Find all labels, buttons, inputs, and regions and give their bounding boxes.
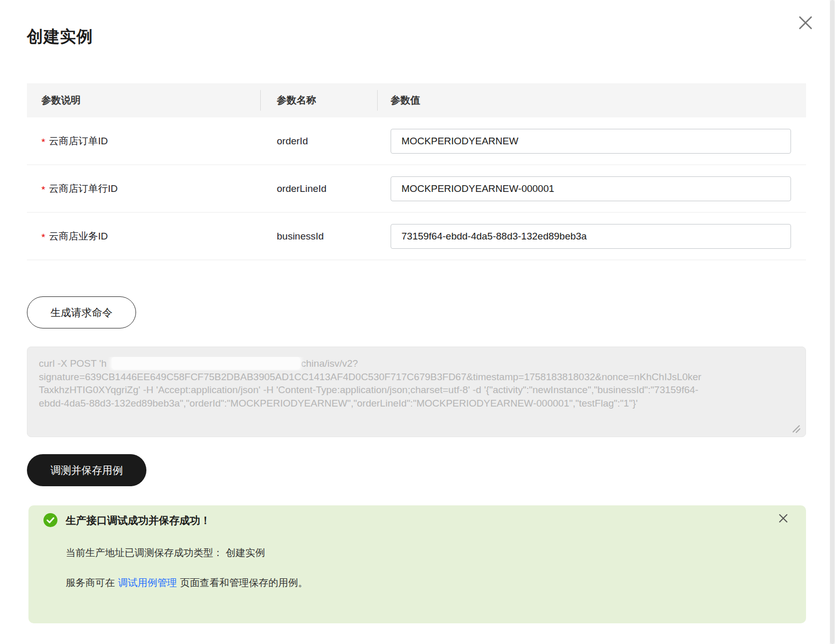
param-description-label: 云商店业务ID: [49, 230, 108, 243]
close-icon: [778, 513, 788, 526]
required-asterisk: *: [41, 184, 45, 196]
orderid-input[interactable]: [391, 129, 791, 154]
success-check-icon: [43, 513, 57, 527]
scrollbar-thumb[interactable]: [830, 0, 834, 644]
alert-line2-suffix: 页面查看和管理保存的用例。: [180, 577, 308, 588]
close-icon: [798, 15, 813, 33]
param-description-cell: * 云商店订单ID: [27, 134, 260, 148]
curl-line1-suffix: china/isv/v2?: [301, 358, 358, 369]
required-asterisk: *: [41, 232, 45, 243]
textarea-resize-handle[interactable]: [790, 423, 801, 434]
param-description-cell: * 云商店订单行ID: [27, 182, 260, 196]
column-divider: [377, 90, 378, 111]
curl-line-3: TaxkhzHTIG0XYqgriZg' -H 'Accept:applicat…: [39, 383, 794, 397]
param-name-label: orderId: [277, 136, 308, 147]
table-row-orderid: * 云商店订单ID orderId: [27, 117, 806, 165]
param-value-cell: [377, 129, 806, 154]
request-command-textarea[interactable]: curl -X POST 'hchina/isv/v2? signature=6…: [27, 347, 806, 437]
curl-line-1: curl -X POST 'hchina/isv/v2?: [39, 357, 794, 370]
param-description-label: 云商店订单行ID: [49, 182, 117, 196]
param-name-label: businessId: [277, 231, 324, 242]
create-instance-dialog: 创建实例 参数说明 参数名称 参数值 * 云商店订单ID orderId: [0, 0, 835, 644]
param-name-cell: orderId: [260, 136, 377, 147]
alert-message-manage: 服务商可在调试用例管理页面查看和管理保存的用例。: [66, 576, 308, 590]
curl-line-2: signature=639CB1446EE649C58FCF75B2DBAB39…: [39, 370, 794, 384]
column-divider: [260, 90, 261, 111]
param-name-cell: orderLineId: [260, 183, 377, 194]
param-value-cell: [377, 176, 806, 201]
redacted-url-blur: [112, 357, 300, 369]
alert-close-button[interactable]: [778, 514, 789, 525]
param-name-cell: businessId: [260, 231, 377, 242]
param-description-label: 云商店订单ID: [49, 134, 108, 148]
generate-request-command-button[interactable]: 生成请求命令: [27, 296, 136, 328]
alert-title: 生产接口调试成功并保存成功！: [66, 514, 211, 528]
table-row-businessid: * 云商店业务ID businessId: [27, 213, 806, 260]
curl-line-4: ebdd-4da5-88d3-132ed89beb3a","orderId":"…: [39, 397, 794, 410]
dialog-close-button[interactable]: [797, 15, 814, 33]
scrollbar-track[interactable]: [830, 0, 835, 644]
debug-and-save-button[interactable]: 调测并保存用例: [27, 454, 146, 486]
required-asterisk: *: [41, 137, 45, 148]
debug-case-management-link[interactable]: 调试用例管理: [118, 577, 177, 588]
param-description-cell: * 云商店业务ID: [27, 230, 260, 243]
success-alert: 生产接口调试成功并保存成功！ 当前生产地址已调测保存成功类型： 创建实例 服务商…: [28, 505, 806, 623]
header-param-value: 参数值: [377, 94, 806, 107]
parameter-table: 参数说明 参数名称 参数值 * 云商店订单ID orderId: [27, 83, 806, 260]
header-param-name: 参数名称: [260, 94, 377, 107]
page-title: 创建实例: [27, 26, 93, 48]
header-param-description: 参数说明: [27, 94, 260, 107]
table-row-orderlineid: * 云商店订单行ID orderLineId: [27, 165, 806, 213]
alert-message-type: 当前生产地址已调测保存成功类型： 创建实例: [66, 546, 265, 560]
alert-line2-prefix: 服务商可在: [66, 577, 115, 588]
curl-line1-prefix: curl -X POST 'h: [39, 358, 107, 369]
param-name-label: orderLineId: [277, 183, 326, 194]
orderlineid-input[interactable]: [391, 176, 791, 201]
table-header-row: 参数说明 参数名称 参数值: [27, 83, 806, 117]
param-value-cell: [377, 224, 806, 249]
businessid-input[interactable]: [391, 224, 791, 249]
